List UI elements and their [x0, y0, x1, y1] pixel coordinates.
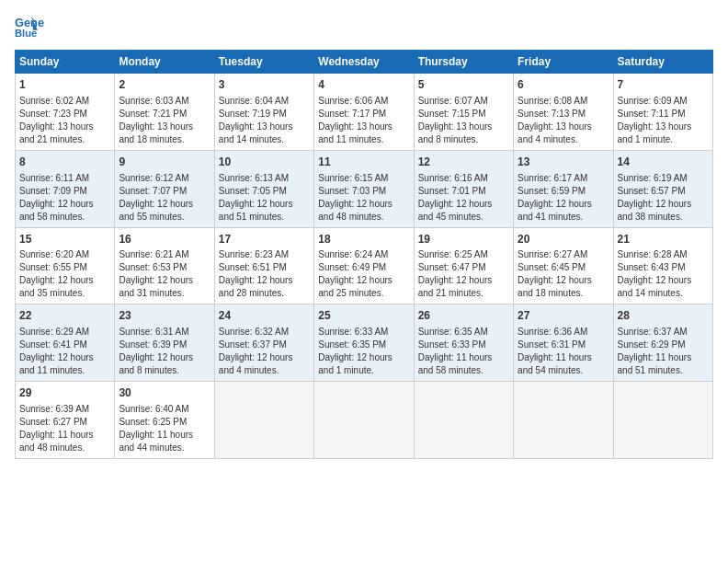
calendar-cell: 22Sunrise: 6:29 AMSunset: 6:41 PMDayligh…	[16, 304, 115, 382]
calendar-week-1: 1Sunrise: 6:02 AMSunset: 7:23 PMDaylight…	[16, 74, 713, 151]
calendar-cell: 10Sunrise: 6:13 AMSunset: 7:05 PMDayligh…	[214, 150, 313, 227]
weekday-header-wednesday: Wednesday	[314, 51, 414, 74]
calendar-cell: 20Sunrise: 6:27 AMSunset: 6:45 PMDayligh…	[514, 227, 613, 304]
calendar-table: SundayMondayTuesdayWednesdayThursdayFrid…	[15, 50, 713, 459]
day-number: 7	[618, 77, 709, 93]
calendar-cell: 26Sunrise: 6:35 AMSunset: 6:33 PMDayligh…	[414, 304, 513, 382]
day-number: 30	[119, 385, 210, 401]
calendar-cell	[514, 382, 613, 459]
page-header: General Blue	[15, 15, 713, 40]
calendar-cell: 5Sunrise: 6:07 AMSunset: 7:15 PMDaylight…	[414, 74, 513, 151]
day-number: 4	[318, 77, 409, 93]
day-number: 16	[119, 232, 210, 247]
day-number: 1	[19, 77, 110, 93]
calendar-cell: 24Sunrise: 6:32 AMSunset: 6:37 PMDayligh…	[214, 304, 313, 382]
calendar-header-row: SundayMondayTuesdayWednesdayThursdayFrid…	[16, 51, 713, 74]
weekday-header-friday: Friday	[514, 51, 613, 74]
calendar-cell: 21Sunrise: 6:28 AMSunset: 6:43 PMDayligh…	[613, 227, 712, 304]
calendar-cell: 16Sunrise: 6:21 AMSunset: 6:53 PMDayligh…	[115, 227, 214, 304]
day-number: 18	[318, 232, 409, 247]
day-number: 22	[19, 308, 110, 324]
logo: General Blue	[15, 15, 48, 40]
day-number: 8	[19, 155, 110, 170]
calendar-week-4: 22Sunrise: 6:29 AMSunset: 6:41 PMDayligh…	[16, 304, 713, 382]
calendar-cell: 25Sunrise: 6:33 AMSunset: 6:35 PMDayligh…	[314, 304, 414, 382]
day-number: 10	[219, 155, 310, 170]
day-number: 19	[418, 232, 509, 247]
calendar-cell	[314, 382, 414, 459]
day-number: 9	[119, 155, 210, 170]
day-number: 3	[219, 77, 310, 93]
calendar-cell: 28Sunrise: 6:37 AMSunset: 6:29 PMDayligh…	[613, 304, 712, 382]
day-number: 28	[618, 308, 709, 324]
calendar-cell: 12Sunrise: 6:16 AMSunset: 7:01 PMDayligh…	[414, 150, 513, 227]
day-number: 11	[318, 155, 409, 170]
day-number: 6	[518, 77, 609, 93]
day-number: 24	[219, 308, 310, 324]
calendar-cell: 11Sunrise: 6:15 AMSunset: 7:03 PMDayligh…	[314, 150, 414, 227]
calendar-cell: 18Sunrise: 6:24 AMSunset: 6:49 PMDayligh…	[314, 227, 414, 304]
calendar-cell: 8Sunrise: 6:11 AMSunset: 7:09 PMDaylight…	[16, 150, 115, 227]
calendar-cell: 15Sunrise: 6:20 AMSunset: 6:55 PMDayligh…	[16, 227, 115, 304]
logo-icon: General Blue	[15, 15, 44, 40]
day-number: 20	[518, 232, 609, 247]
calendar-cell: 29Sunrise: 6:39 AMSunset: 6:27 PMDayligh…	[16, 382, 115, 459]
calendar-week-2: 8Sunrise: 6:11 AMSunset: 7:09 PMDaylight…	[16, 150, 713, 227]
main-container: General Blue SundayMondayTuesdayWednesda…	[0, 0, 728, 466]
calendar-cell: 6Sunrise: 6:08 AMSunset: 7:13 PMDaylight…	[514, 74, 613, 151]
day-number: 25	[318, 308, 409, 324]
calendar-cell: 14Sunrise: 6:19 AMSunset: 6:57 PMDayligh…	[613, 150, 712, 227]
weekday-header-tuesday: Tuesday	[214, 51, 313, 74]
day-number: 23	[119, 308, 210, 324]
day-number: 15	[19, 232, 110, 247]
day-number: 14	[618, 155, 709, 170]
day-number: 29	[19, 385, 110, 401]
day-number: 5	[418, 77, 509, 93]
weekday-header-thursday: Thursday	[414, 51, 513, 74]
calendar-cell: 2Sunrise: 6:03 AMSunset: 7:21 PMDaylight…	[115, 74, 214, 151]
calendar-cell: 27Sunrise: 6:36 AMSunset: 6:31 PMDayligh…	[514, 304, 613, 382]
calendar-cell	[613, 382, 712, 459]
calendar-cell: 17Sunrise: 6:23 AMSunset: 6:51 PMDayligh…	[214, 227, 313, 304]
calendar-cell: 23Sunrise: 6:31 AMSunset: 6:39 PMDayligh…	[115, 304, 214, 382]
calendar-cell: 7Sunrise: 6:09 AMSunset: 7:11 PMDaylight…	[613, 74, 712, 151]
day-number: 27	[518, 308, 609, 324]
calendar-cell	[214, 382, 313, 459]
weekday-header-sunday: Sunday	[16, 51, 115, 74]
day-number: 17	[219, 232, 310, 247]
calendar-week-5: 29Sunrise: 6:39 AMSunset: 6:27 PMDayligh…	[16, 382, 713, 459]
weekday-header-saturday: Saturday	[613, 51, 712, 74]
calendar-cell: 4Sunrise: 6:06 AMSunset: 7:17 PMDaylight…	[314, 74, 414, 151]
day-number: 26	[418, 308, 509, 324]
day-number: 21	[618, 232, 709, 247]
calendar-cell: 19Sunrise: 6:25 AMSunset: 6:47 PMDayligh…	[414, 227, 513, 304]
calendar-cell: 3Sunrise: 6:04 AMSunset: 7:19 PMDaylight…	[214, 74, 313, 151]
calendar-cell	[414, 382, 513, 459]
calendar-cell: 1Sunrise: 6:02 AMSunset: 7:23 PMDaylight…	[16, 74, 115, 151]
calendar-cell: 13Sunrise: 6:17 AMSunset: 6:59 PMDayligh…	[514, 150, 613, 227]
day-number: 2	[119, 77, 210, 93]
calendar-cell: 30Sunrise: 6:40 AMSunset: 6:25 PMDayligh…	[115, 382, 214, 459]
weekday-header-monday: Monday	[115, 51, 214, 74]
day-number: 13	[518, 155, 609, 170]
calendar-week-3: 15Sunrise: 6:20 AMSunset: 6:55 PMDayligh…	[16, 227, 713, 304]
day-number: 12	[418, 155, 509, 170]
calendar-cell: 9Sunrise: 6:12 AMSunset: 7:07 PMDaylight…	[115, 150, 214, 227]
